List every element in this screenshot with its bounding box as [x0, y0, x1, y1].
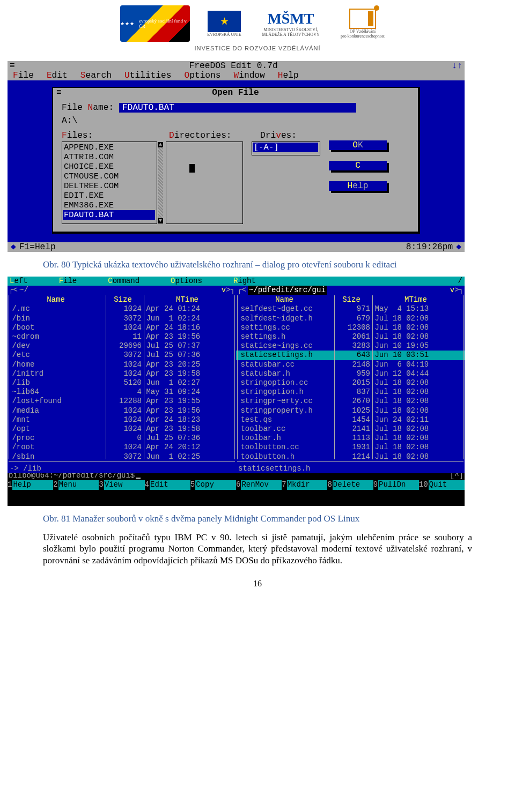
- cancel-button[interactable]: C: [329, 161, 387, 170]
- mc-menu-item[interactable]: Right: [233, 277, 256, 286]
- mc-menu-item[interactable]: Command: [108, 277, 139, 286]
- dialog-title-text: Open File: [212, 88, 259, 98]
- chevron-down-icon[interactable]: v: [450, 286, 454, 294]
- figure-caption-80: Obr. 80 Typická ukázka textového uživate…: [43, 259, 472, 270]
- fkey-edit[interactable]: 4Edit: [145, 480, 190, 489]
- mc-menu-item[interactable]: Left: [10, 277, 28, 286]
- table-row[interactable]: stringproperty.h 1025 Jul 18 02:08: [236, 406, 465, 415]
- scroll-down-icon[interactable]: ▼: [158, 218, 163, 224]
- fkey-view[interactable]: 3View: [99, 480, 144, 489]
- filename-input[interactable]: FDAUTO.BAT: [119, 103, 356, 113]
- mc-menu-item[interactable]: File: [59, 277, 77, 286]
- table-row[interactable]: /opt 1024 Apr 23 19:58: [8, 424, 236, 434]
- table-row[interactable]: toolbar.h 1113 Jul 18 02:08: [236, 434, 465, 443]
- table-row[interactable]: /bin 3072 Jun 1 02:24: [8, 314, 236, 323]
- dos-menu-item[interactable]: Search: [80, 71, 112, 80]
- table-row[interactable]: ~cdrom 11 Apr 23 19:56: [8, 332, 236, 341]
- file-entry[interactable]: CHOICE.EXE: [64, 162, 155, 172]
- dos-menu-item[interactable]: Window: [234, 71, 265, 80]
- table-row[interactable]: ~lib64 4 May 31 09:24: [8, 388, 236, 397]
- table-row[interactable]: staticsettings.h 643 Jun 10 03:51: [236, 351, 465, 360]
- page-number: 16: [0, 579, 515, 588]
- fkey-copy[interactable]: 5Copy: [190, 480, 236, 489]
- scroll-up-icon[interactable]: ▲: [158, 142, 163, 147]
- fkey-menu[interactable]: 2Menu: [53, 480, 99, 489]
- files-listbox[interactable]: APPEND.EXEATTRIB.COMCHOICE.EXECTMOUSE.CO…: [62, 141, 157, 224]
- table-row[interactable]: /etc 3072 Jul 25 07:36: [8, 351, 236, 360]
- table-row[interactable]: /.mc 1024 Apr 24 01:24: [8, 304, 236, 314]
- resize-icon[interactable]: ↓↑: [452, 61, 462, 71]
- table-row[interactable]: toolbutton.h 1214 Jul 18 02:08: [236, 452, 465, 461]
- table-row[interactable]: /initrd 1024 Apr 23 19:58: [8, 369, 236, 378]
- dirs-listbox[interactable]: [166, 141, 243, 224]
- table-row[interactable]: settings.cc 12308 Jul 18 02:08: [236, 323, 465, 332]
- table-row[interactable]: /mnt 1024 Apr 24 18:23: [8, 415, 236, 424]
- table-row[interactable]: toolbar.cc 2141 Jul 18 02:08: [236, 424, 465, 434]
- table-row[interactable]: selfdest~dget.cc 971 May 4 15:13: [236, 304, 465, 314]
- file-entry[interactable]: ATTRIB.COM: [64, 152, 155, 162]
- file-entry[interactable]: DELTREE.COM: [64, 181, 155, 191]
- fkey-quit[interactable]: 10Quit: [419, 480, 465, 489]
- table-row[interactable]: toolbutton.cc 1931 Jul 18 02:08: [236, 443, 465, 452]
- dos-menu-item[interactable]: Utilities: [124, 71, 171, 80]
- mc-menubar[interactable]: Left File Command Options Right /: [8, 277, 465, 286]
- figure-caption-81: Obr. 81 Manažer souborů v okně s dvěma p…: [43, 513, 472, 524]
- fkey-mkdir[interactable]: 7Mkdir: [282, 480, 327, 489]
- fkey-pulldn[interactable]: 9PullDn: [373, 480, 419, 489]
- mc-right-panel[interactable]: ┌< ~/pdfedit/src/gui v>┐ Name Size MTime…: [236, 286, 465, 471]
- dos-menu-item[interactable]: File: [13, 71, 34, 80]
- opvk-icon: [349, 9, 376, 29]
- table-row[interactable]: stringoption.h 837 Jul 18 02:08: [236, 388, 465, 397]
- drive-entry[interactable]: [-A-]: [253, 143, 318, 152]
- file-entry[interactable]: FDAUTO.BAT: [63, 210, 155, 220]
- table-row[interactable]: selfdest~idget.h 679 Jul 18 02:08: [236, 314, 465, 323]
- table-row[interactable]: /dev 29696 Jul 25 07:37: [8, 341, 236, 351]
- left-rows[interactable]: /.mc 1024 Apr 24 01:24 /bin 3072 Jun 1 0…: [8, 304, 236, 461]
- file-entry[interactable]: CTMOUSE.COM: [64, 172, 155, 181]
- esf-logo: ★★★ evropský sociální fond v ČR: [120, 5, 190, 42]
- cursor-icon: [189, 164, 195, 173]
- table-row[interactable]: test.qs 1454 Jun 24 02:11: [236, 415, 465, 424]
- file-entry[interactable]: EDIT.EXE: [64, 191, 155, 200]
- ok-button[interactable]: OK: [329, 140, 387, 150]
- cursor-icon: [136, 478, 141, 479]
- chevron-down-icon[interactable]: v: [222, 286, 226, 294]
- file-entry[interactable]: APPEND.EXE: [64, 143, 155, 152]
- dos-title-text: FreeDOS Edit 0.7d: [15, 61, 452, 71]
- table-row[interactable]: staticse~ings.cc 3283 Jun 10 19:05: [236, 341, 465, 351]
- dos-menu-item[interactable]: Edit: [47, 71, 68, 80]
- table-row[interactable]: /home 1024 Apr 23 20:25: [8, 360, 236, 369]
- table-row[interactable]: /boot 1024 Apr 24 18:16: [8, 323, 236, 332]
- table-row[interactable]: stringpr~erty.cc 2670 Jul 18 02:08: [236, 397, 465, 406]
- files-label-hot: F: [62, 131, 67, 140]
- fkey-renmov[interactable]: 6RenMov: [236, 480, 282, 489]
- dos-menubar[interactable]: FileEditSearchUtilitiesOptionsWindowHelp: [8, 71, 465, 80]
- scrollbar[interactable]: ▲ ▼: [158, 142, 163, 224]
- dos-menu-item[interactable]: Options: [184, 71, 220, 80]
- left-columns-header: Name Size MTime: [8, 295, 236, 304]
- table-row[interactable]: /media 1024 Apr 23 19:56: [8, 406, 236, 415]
- file-entry[interactable]: EMM386.EXE: [64, 200, 155, 210]
- right-rows[interactable]: selfdest~dget.cc 971 May 4 15:13 selfdes…: [236, 304, 465, 461]
- status-left: F1=Help: [19, 242, 406, 252]
- opvk-logo: OP Vzdělávání pro konkurenceschopnost: [330, 5, 395, 42]
- table-row[interactable]: stringoption.cc 2015 Jul 18 02:08: [236, 378, 465, 388]
- help-button[interactable]: Help: [329, 181, 387, 191]
- mc-left-panel[interactable]: ┌< ~/ v>┐ Name Size MTime /.mc 1024 Apr …: [8, 286, 236, 471]
- dos-menu-item[interactable]: Help: [278, 71, 299, 80]
- mc-fkeys[interactable]: 1Help2Menu3View4Edit5Copy6RenMov7Mkdir8D…: [8, 480, 465, 489]
- status-right: 8:19:26pm: [406, 242, 453, 252]
- fkey-delete[interactable]: 8Delete: [327, 480, 373, 489]
- mc-menu-item[interactable]: Options: [171, 277, 202, 286]
- table-row[interactable]: settings.h 2061 Jul 18 02:08: [236, 332, 465, 341]
- fkey-help[interactable]: 1Help: [8, 480, 53, 489]
- table-row[interactable]: statusbar.cc 2148 Jun 6 04:19: [236, 360, 465, 369]
- table-row[interactable]: /proc 0 Jul 25 07:36: [8, 434, 236, 443]
- table-row[interactable]: /lost+found 12288 Apr 23 19:55: [8, 397, 236, 406]
- table-row[interactable]: statusbar.h 959 Jun 12 04:44: [236, 369, 465, 378]
- table-row[interactable]: /root 1024 Apr 24 20:12: [8, 443, 236, 452]
- table-row[interactable]: /lib 5120 Jun 1 02:27: [8, 378, 236, 388]
- table-row[interactable]: /sbin 3072 Jun 1 02:25: [8, 452, 236, 461]
- drives-listbox[interactable]: [-A-]: [252, 141, 320, 155]
- dirs-label: irectories:: [174, 131, 232, 140]
